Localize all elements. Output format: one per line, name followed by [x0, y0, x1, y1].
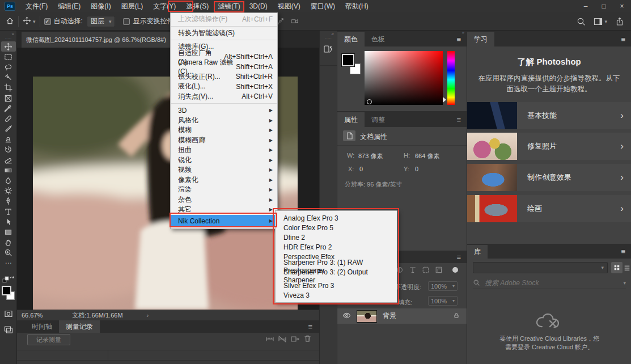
lasso-tool[interactable]: [1, 62, 16, 72]
move-tool[interactable]: [1, 41, 16, 52]
learn-item-creative-effects[interactable]: 制作创意效果 ›: [467, 164, 631, 191]
search-icon[interactable]: [577, 17, 586, 26]
layer-row-background[interactable]: 背景: [337, 308, 467, 324]
frame-tool[interactable]: [1, 93, 16, 103]
drag-handle[interactable]: ·····: [0, 37, 16, 40]
show-transform-checkbox[interactable]: [123, 18, 130, 25]
menu-item-blur[interactable]: 模糊▶: [171, 125, 277, 136]
menu-view[interactable]: 视图(V): [273, 0, 306, 12]
menu-item-liquify[interactable]: 液化(L)...Shift+Ctrl+X: [171, 82, 277, 92]
menu-item-3d[interactable]: 3D▶: [171, 105, 277, 116]
list-view-button[interactable]: [624, 264, 630, 273]
grid-view-button[interactable]: [611, 262, 622, 273]
hue-slider-handle[interactable]: [443, 97, 446, 103]
tab-color[interactable]: 颜色: [337, 32, 365, 46]
menu-filter[interactable]: 滤镜(T): [214, 1, 244, 12]
menu-3d[interactable]: 3D(D): [244, 0, 273, 12]
quick-selection-tool[interactable]: [1, 73, 16, 83]
auto-select-checkbox[interactable]: ✓: [44, 18, 51, 25]
type-tool[interactable]: [1, 206, 16, 217]
panel-menu-icon[interactable]: ≡: [456, 116, 461, 124]
close-button[interactable]: ×: [613, 2, 631, 10]
history-panel-icon[interactable]: [323, 44, 334, 57]
learn-item-basics[interactable]: 基本技能 ›: [467, 102, 631, 129]
menu-item-other[interactable]: 其它▶: [171, 205, 277, 215]
foreground-color-swatch[interactable]: [2, 286, 11, 295]
dodge-tool[interactable]: [1, 186, 16, 196]
learn-item-retouch[interactable]: 修复照片 ›: [467, 133, 631, 160]
panel-menu-icon[interactable]: ≡: [621, 247, 625, 256]
menu-file[interactable]: 文件(F): [20, 0, 53, 12]
move-tool-preset-icon[interactable]: [23, 16, 31, 27]
submenu-item-dfine[interactable]: Dfine 2: [276, 232, 397, 242]
blur-tool[interactable]: [1, 175, 16, 185]
filter-type-icon[interactable]: [409, 266, 417, 274]
move-preset-chevron-icon[interactable]: ▾: [33, 19, 36, 24]
workspace-switcher[interactable]: ▾: [594, 18, 607, 26]
fill-field[interactable]: 100% ▾: [428, 296, 458, 306]
tab-learn[interactable]: 学习: [467, 32, 494, 46]
default-colors-swap-icon[interactable]: [2, 276, 15, 283]
menu-window[interactable]: 窗口(W): [306, 0, 340, 12]
eyedropper-tool[interactable]: [1, 103, 16, 113]
menu-item-render[interactable]: 渲染▶: [171, 185, 277, 195]
panel-menu-icon[interactable]: ≡: [456, 35, 461, 44]
menu-item-blur-gallery[interactable]: 模糊画廊▶: [171, 136, 277, 146]
submenu-item-analog-efex[interactable]: Analog Efex Pro 3: [276, 213, 397, 223]
export-measurements-icon[interactable]: [290, 335, 299, 345]
status-chevron-icon[interactable]: ›: [147, 312, 149, 319]
edit-toolbar-icon[interactable]: ⋯: [1, 258, 16, 268]
zoom-level[interactable]: 66.67%: [22, 312, 43, 319]
learn-item-painting[interactable]: 绘画 ›: [467, 195, 631, 222]
drag-handle[interactable]: ·····: [320, 37, 337, 40]
healing-brush-tool[interactable]: [1, 113, 16, 124]
home-icon[interactable]: [6, 16, 14, 27]
ruler-disabled-icon[interactable]: [278, 335, 287, 345]
layer-name[interactable]: 背景: [383, 311, 396, 321]
history-brush-tool[interactable]: [1, 145, 16, 155]
rectangle-tool[interactable]: [1, 227, 16, 237]
share-icon[interactable]: [615, 17, 624, 26]
quick-mask-icon[interactable]: [4, 310, 13, 320]
menu-item-video[interactable]: 视频▶: [171, 165, 277, 175]
menu-item-smart-filters[interactable]: 转换为智能滤镜(S): [171, 28, 277, 39]
tab-measurement-log[interactable]: 测量记录: [59, 320, 100, 333]
menu-item-camera-raw[interactable]: Camera Raw 滤镜(C)...Shift+Ctrl+A: [171, 62, 277, 72]
maximize-button[interactable]: □: [595, 2, 613, 10]
hue-slider[interactable]: [447, 51, 455, 105]
menu-help[interactable]: 帮助(H): [340, 0, 374, 12]
tab-timeline[interactable]: 时间轴: [25, 320, 59, 333]
menu-item-sharpen[interactable]: 锐化▶: [171, 155, 277, 166]
filter-shape-icon[interactable]: [422, 266, 430, 274]
menu-item-pixelate[interactable]: 像素化▶: [171, 175, 277, 185]
submenu-item-hdr-efex[interactable]: HDR Efex Pro 2: [276, 242, 397, 252]
brush-tool[interactable]: [1, 124, 16, 134]
color-field[interactable]: [365, 51, 443, 105]
menu-item-nik-collection[interactable]: Nik Collection▶: [171, 215, 277, 227]
submenu-item-sharpener-output[interactable]: Sharpener Pro 3: (2) Output Sharpener: [276, 271, 397, 281]
filter-smart-object-icon[interactable]: [435, 266, 443, 274]
submenu-item-color-efex[interactable]: Color Efex Pro 5: [276, 223, 397, 232]
menu-layer[interactable]: 图层(L): [116, 0, 149, 12]
record-measurements-button[interactable]: 记录测量: [27, 334, 70, 345]
color-field-cursor[interactable]: [367, 99, 372, 104]
delete-measurements-icon[interactable]: [303, 335, 312, 345]
tab-adjustments[interactable]: 调整: [365, 112, 392, 127]
opacity-field[interactable]: 100% ▾: [428, 281, 458, 291]
menu-select[interactable]: 选择(S): [181, 0, 214, 12]
eraser-tool[interactable]: [1, 155, 16, 165]
menu-item-noise[interactable]: 杂色▶: [171, 195, 277, 205]
screen-mode-icon[interactable]: [4, 325, 13, 336]
pen-tool[interactable]: [1, 196, 16, 206]
tab-properties[interactable]: 属性: [337, 112, 365, 127]
submenu-item-viveza[interactable]: Viveza 3: [276, 290, 397, 300]
stock-search-input[interactable]: [485, 279, 623, 287]
auto-select-target-dropdown[interactable]: 图层 ▾: [87, 16, 116, 27]
zoom-tool[interactable]: [1, 248, 16, 258]
clone-stamp-tool[interactable]: [1, 134, 16, 145]
camera-3d-icon[interactable]: [290, 17, 299, 26]
crop-tool[interactable]: [1, 83, 16, 93]
menu-edit[interactable]: 编辑(E): [53, 0, 86, 12]
marquee-tool[interactable]: [1, 52, 16, 62]
tab-libraries[interactable]: 库: [467, 245, 488, 259]
